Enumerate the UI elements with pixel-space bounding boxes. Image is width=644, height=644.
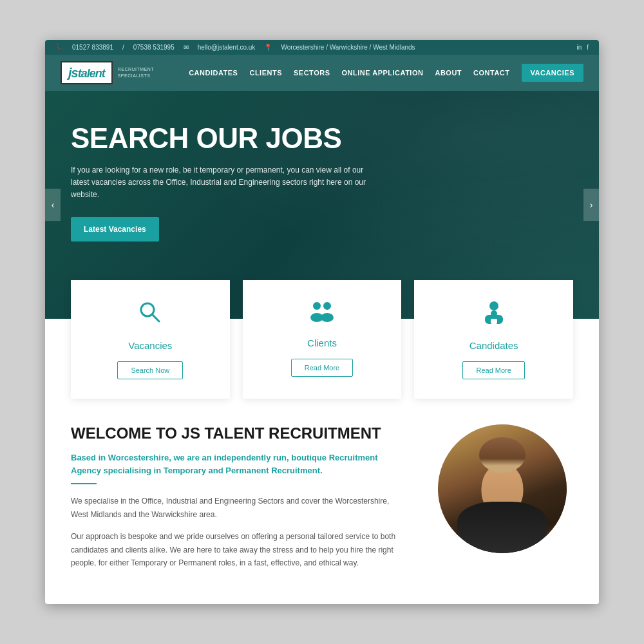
candidates-card-title: Candidates — [469, 340, 518, 351]
nav-sectors[interactable]: SECTORS — [294, 69, 330, 77]
welcome-text: WELCOME TO JS TALENT RECRUITMENT Based i… — [71, 424, 406, 579]
nav-links: CANDIDATES CLIENTS SECTORS ONLINE APPLIC… — [189, 64, 583, 82]
phone1: 01527 833891 — [72, 44, 113, 51]
logo-box: jstalent — [61, 61, 113, 84]
browser-frame: 📞 01527 833891 / 07538 531995 ✉ hello@js… — [45, 40, 599, 605]
hero-next-arrow[interactable]: › — [583, 189, 599, 221]
location: Worcestershire / Warwickshire / West Mid… — [281, 44, 415, 51]
phone-separator: / — [122, 44, 124, 51]
hero-prev-arrow[interactable]: ‹ — [45, 189, 61, 221]
clients-icon — [308, 299, 336, 328]
cards-section: Vacancies Search Now Clients Read More — [45, 280, 599, 399]
hero-body: If you are looking for a new role, be it… — [71, 164, 380, 202]
svg-rect-9 — [491, 319, 497, 324]
nav-contact[interactable]: CONTACT — [473, 69, 509, 77]
phone2: 07538 531995 — [133, 44, 175, 51]
nav-about[interactable]: ABOUT — [435, 69, 462, 77]
nav-clients[interactable]: CLIENTS — [249, 69, 282, 77]
facebook-icon[interactable]: f — [587, 44, 589, 51]
nav-vacancies[interactable]: VACANCIES — [522, 64, 583, 82]
welcome-divider — [71, 483, 97, 484]
svg-line-1 — [152, 314, 159, 321]
nav-candidates[interactable]: CANDIDATES — [189, 69, 238, 77]
search-now-button[interactable]: Search Now — [117, 361, 183, 379]
clients-card-title: Clients — [307, 337, 337, 348]
candidates-icon — [480, 299, 508, 331]
hero-content: SEARCH OUR JOBS If you are looking for a… — [71, 123, 406, 242]
navbar: jstalent RECRUITMENT SPECIALISTS CANDIDA… — [45, 55, 599, 91]
svg-point-2 — [313, 302, 321, 310]
search-icon — [137, 299, 163, 331]
logo-tagline: RECRUITMENT SPECIALISTS — [118, 66, 154, 79]
welcome-image — [431, 424, 573, 553]
welcome-para1: We specialise in the Office, Industrial … — [71, 495, 406, 521]
candidates-read-more-button[interactable]: Read More — [462, 361, 524, 379]
top-bar: 📞 01527 833891 / 07538 531995 ✉ hello@js… — [45, 40, 599, 55]
logo-talent: talent — [78, 67, 105, 80]
clients-card: Clients Read More — [243, 280, 402, 399]
svg-point-5 — [321, 313, 334, 322]
svg-point-3 — [323, 302, 331, 310]
phone-icon: 📞 — [55, 44, 63, 51]
email: hello@jstalent.co.uk — [198, 44, 256, 51]
hero-heading: SEARCH OUR JOBS — [71, 123, 406, 154]
linkedin-icon[interactable]: in — [576, 44, 582, 51]
welcome-para2: Our approach is bespoke and we pride our… — [71, 530, 406, 569]
svg-point-6 — [489, 301, 498, 310]
welcome-section: WELCOME TO JS TALENT RECRUITMENT Based i… — [45, 399, 599, 605]
svg-point-8 — [491, 310, 497, 317]
top-bar-left: 📞 01527 833891 / 07538 531995 ✉ hello@js… — [55, 44, 415, 51]
clients-read-more-button[interactable]: Read More — [291, 359, 353, 377]
vacancies-card-title: Vacancies — [128, 340, 172, 351]
nav-online-application[interactable]: ONLINE APPLICATION — [341, 69, 423, 77]
logo-area: jstalent RECRUITMENT SPECIALISTS — [61, 61, 154, 84]
welcome-heading: WELCOME TO JS TALENT RECRUITMENT — [71, 424, 406, 443]
logo-js: js — [68, 66, 78, 80]
vacancies-card: Vacancies Search Now — [71, 280, 230, 399]
email-icon: ✉ — [184, 44, 189, 51]
welcome-subtitle: Based in Worcestershire, we are an indep… — [71, 451, 406, 477]
location-icon: 📍 — [264, 44, 272, 51]
hero-cta-button[interactable]: Latest Vacancies — [71, 217, 159, 242]
social-links: in f — [576, 44, 589, 51]
candidates-card: Candidates Read More — [414, 280, 573, 399]
portrait-circle — [438, 424, 567, 553]
